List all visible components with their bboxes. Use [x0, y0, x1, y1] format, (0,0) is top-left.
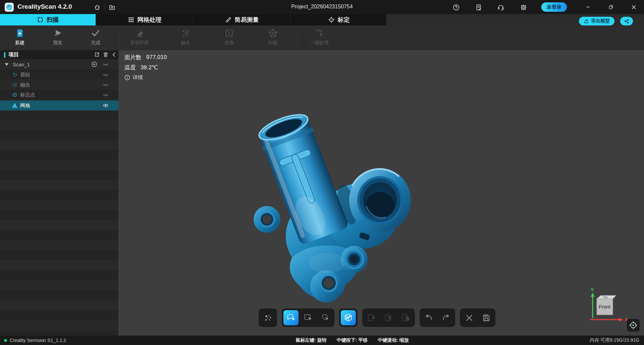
delete-selection-button[interactable] — [398, 310, 413, 325]
temperature-value: 38.2℃ — [141, 64, 158, 71]
toolbar-oneclick-button[interactable]: 一键处理 — [303, 28, 336, 46]
headset-icon — [497, 4, 504, 11]
mesh-visibility-toggle[interactable] — [103, 102, 109, 109]
selection-clear-icon — [384, 313, 393, 322]
folder-import-icon — [109, 4, 115, 11]
memory-status: 内存 可用9.15G/15.91G — [590, 336, 639, 345]
viewport-info: 面片数 977,010 温度 38.2℃ 详情 — [124, 52, 167, 82]
face-count-row: 面片数 977,010 — [124, 52, 167, 62]
restore-button[interactable] — [603, 0, 619, 14]
stitch-icon — [224, 28, 234, 38]
project-title: Project_20260423150754 — [291, 4, 353, 10]
toolbar-fuse-label: 融合 — [181, 40, 190, 46]
save-edit-button[interactable] — [479, 310, 494, 325]
minimize-button[interactable] — [580, 0, 596, 14]
settings-button[interactable] — [520, 3, 528, 11]
cut-through-button[interactable] — [341, 310, 356, 325]
tab-scan[interactable]: 扫描 — [0, 14, 96, 25]
feedback-button[interactable] — [475, 3, 483, 11]
toolbar-stitch-button[interactable]: 拼接 — [212, 28, 246, 46]
cut-plane-icon — [135, 28, 145, 38]
orbit-center-button[interactable] — [627, 319, 640, 332]
invert-selection-button[interactable] — [364, 310, 379, 325]
paint-select-button[interactable] — [318, 310, 333, 325]
toolbar-stitch-label: 拼接 — [224, 40, 234, 46]
eye-closed-icon — [103, 72, 109, 78]
close-button[interactable] — [626, 0, 641, 14]
tree-row-raw[interactable]: 原始 — [0, 70, 118, 80]
export-model-button[interactable]: 导出模型 — [579, 17, 614, 25]
toolbar-new-label: 新建 — [15, 40, 24, 46]
toolbar-new-button[interactable]: 新建 — [3, 28, 37, 46]
lasso-select-button[interactable] — [283, 310, 299, 325]
tree-row-scan1[interactable]: Scan_1 — [0, 59, 118, 69]
help-icon — [452, 4, 460, 11]
fusion-visibility-toggle[interactable] — [103, 82, 109, 88]
close-icon — [631, 5, 636, 10]
tree-row-mesh-label: 网格 — [20, 102, 30, 109]
axis-gizmo[interactable]: Y Top Front X — [585, 287, 629, 325]
help-button[interactable] — [452, 3, 460, 11]
home-icon — [94, 4, 101, 11]
raw-visibility-toggle[interactable] — [103, 72, 109, 78]
blob-select-icon — [321, 313, 330, 322]
home-button[interactable] — [93, 3, 101, 11]
tree-row-mesh[interactable]: 网格 — [0, 100, 118, 111]
play-scan-button[interactable] — [91, 61, 97, 67]
delete-project-button[interactable] — [103, 52, 109, 58]
open-project-button[interactable] — [94, 52, 101, 58]
save-icon — [482, 314, 491, 322]
mesh-processing-icon — [128, 16, 135, 23]
face-count-value: 977,010 — [146, 54, 167, 61]
tree-row-raw-label: 原始 — [20, 72, 30, 78]
selection-invert-icon — [367, 313, 376, 322]
tree-row-fusion-label: 融合 — [20, 82, 30, 88]
tree-row-fusion[interactable]: 融合 — [0, 80, 118, 90]
toolbar-done-button[interactable]: 完成 — [79, 28, 112, 46]
details-label: 详情 — [133, 74, 143, 81]
tree-row-markers[interactable]: 标志点 — [0, 90, 118, 100]
open-project-icon — [94, 52, 100, 58]
tab-measure[interactable]: 简易测量 — [194, 14, 290, 25]
toolbar-cutplane-button[interactable]: 剪切平面 — [123, 28, 156, 46]
rect-select-button[interactable] — [301, 310, 316, 325]
cancel-edit-button[interactable] — [462, 310, 477, 325]
login-button[interactable]: 未登录 — [541, 2, 567, 12]
markers-visibility-toggle[interactable] — [103, 92, 109, 98]
tab-mesh-label: 网格处理 — [138, 16, 162, 24]
toolbar-divider-2 — [297, 29, 298, 46]
share-button[interactable] — [620, 17, 633, 25]
done-check-icon — [91, 28, 101, 38]
tab-measure-label: 简易测量 — [235, 16, 259, 24]
details-link[interactable]: 详情 — [124, 72, 167, 82]
lasso-select-icon — [286, 313, 296, 322]
share-icon — [624, 19, 629, 24]
hint-zoom: 中键滚动: 缩放 — [378, 337, 409, 343]
redo-button[interactable] — [438, 310, 453, 325]
scan1-visibility-toggle[interactable] — [103, 61, 109, 67]
temperature-label: 温度 — [124, 64, 136, 71]
point-select-button[interactable] — [260, 310, 275, 325]
deselect-button[interactable] — [381, 310, 396, 325]
restore-icon — [608, 5, 613, 10]
eye-open-icon — [103, 102, 109, 109]
support-button[interactable] — [497, 3, 505, 11]
collapse-panel-button[interactable] — [111, 52, 118, 58]
preview-icon — [53, 28, 63, 38]
tab-calibrate[interactable]: 标定 — [290, 14, 387, 25]
toolbar-preview-button[interactable]: 预览 — [41, 28, 74, 46]
calibration-target-icon — [328, 16, 335, 23]
select-tools-group — [282, 308, 334, 327]
status-bar: Creality Sermoon S1_1.1.2 鼠标左键: 旋转 中键按下:… — [0, 336, 644, 345]
fusion-pointcloud-icon — [12, 82, 17, 87]
ruler-icon — [225, 16, 232, 23]
confirm-group — [460, 308, 495, 327]
toolbar-wrap-button[interactable]: 封装 — [256, 28, 290, 46]
tab-mesh-processing[interactable]: 网格处理 — [96, 14, 194, 25]
app-title: CrealityScan 4.2.0 — [17, 3, 72, 10]
toolbar-fuse-button[interactable]: 融合 — [169, 28, 202, 46]
redo-icon — [441, 313, 450, 322]
titlebar-divider — [104, 4, 105, 10]
open-folder-button[interactable] — [108, 3, 116, 11]
undo-button[interactable] — [421, 310, 436, 325]
